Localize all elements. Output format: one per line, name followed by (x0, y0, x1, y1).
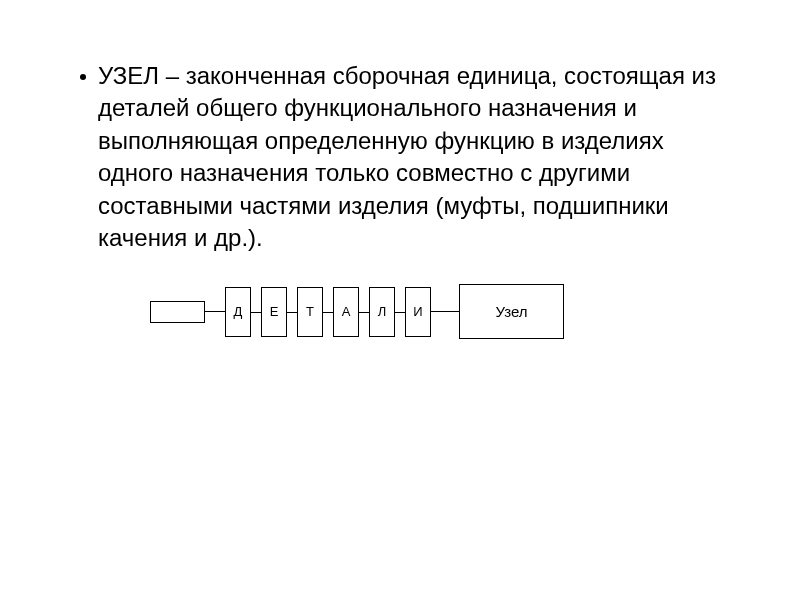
lead-box (150, 301, 205, 323)
slide-content: УЗЕЛ – законченная сборочная единица, со… (0, 0, 800, 600)
node-box: Узел (459, 284, 564, 339)
connector-line (205, 311, 225, 312)
shaft-line (225, 312, 431, 313)
bullet-marker (80, 74, 86, 80)
detail-box: Т (297, 287, 323, 337)
definition-text: УЗЕЛ – законченная сборочная единица, со… (98, 60, 720, 254)
detail-box: Е (261, 287, 287, 337)
detail-box: А (333, 287, 359, 337)
detail-box: И (405, 287, 431, 337)
detail-group: Д Е Т А Л И (225, 287, 431, 337)
detail-box: Л (369, 287, 395, 337)
bullet-item: УЗЕЛ – законченная сборочная единица, со… (80, 60, 720, 254)
detail-box: Д (225, 287, 251, 337)
connector-line (431, 311, 459, 312)
diagram: Д Е Т А Л И Узел (80, 284, 720, 339)
